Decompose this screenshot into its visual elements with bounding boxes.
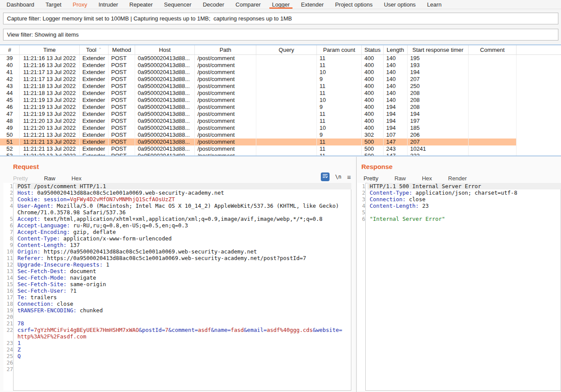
table-row-42[interactable]: 4211:21:17 13 Jul 2022ExtenderPOST0a9500… <box>0 76 517 83</box>
request-tab-raw[interactable]: Raw <box>43 173 56 183</box>
line-content: Cookie: session=VgFWy4D2vMfON7vMNMhjQ1Sc… <box>15 196 351 203</box>
column-header-path[interactable]: Path <box>195 45 256 54</box>
editor-line-12: 12Upgrade-Insecure-Requests: 1 <box>3 261 351 268</box>
cell-length: 147 <box>384 139 408 145</box>
column-header-method[interactable]: Method <box>109 45 135 54</box>
menu-item-repeater[interactable]: Repeater <box>124 0 158 9</box>
cell-method: POST <box>109 125 135 132</box>
cell-length: 243 <box>384 145 408 152</box>
cell-path: /post/comment <box>195 145 256 152</box>
cell-start-response-timer: 222 <box>408 152 469 156</box>
column-header-host[interactable]: Host <box>135 45 195 54</box>
table-row-44[interactable]: 4411:21:18 13 Jul 2022ExtenderPOST0a9500… <box>0 90 517 97</box>
column-header-length[interactable]: Length <box>384 45 408 54</box>
request-editor[interactable]: 1POST /post/comment HTTP/1.12Host: 0a950… <box>3 183 351 391</box>
newline-toggle-button[interactable]: \n <box>335 174 341 180</box>
table-row-49[interactable]: 4911:21:20 13 Jul 2022ExtenderPOST0a9500… <box>0 125 517 132</box>
cell-status: 400 <box>362 125 384 132</box>
word-wrap-button[interactable] <box>321 172 330 181</box>
response-tab-pretty[interactable]: Pretty <box>363 173 379 183</box>
menu-item-dashboard[interactable]: Dashboard <box>1 0 40 9</box>
cell-path: /post/comment <box>195 62 256 69</box>
menu-item-decoder[interactable]: Decoder <box>197 0 230 9</box>
line-number: 22 <box>3 327 15 333</box>
menu-item-extender[interactable]: Extender <box>296 0 330 9</box>
cell-host: 0a9500020413d88... <box>135 139 195 145</box>
cell-path: /post/comment <box>195 55 256 62</box>
response-title: Response <box>361 163 393 170</box>
column-header-time[interactable]: Time <box>20 45 80 54</box>
menu-item-project-options[interactable]: Project options <box>330 0 378 9</box>
cell-status: 400 <box>362 90 384 97</box>
menu-item-proxy[interactable]: Proxy <box>67 0 93 9</box>
menu-item-sequencer[interactable]: Sequencer <box>158 0 197 9</box>
response-tab-render[interactable]: Render <box>447 173 468 183</box>
editor-line-3: 3Connection: close <box>357 196 561 203</box>
editor-line-27: 27 <box>3 366 351 372</box>
line-content: Sec-Fetch-Dest: document <box>15 268 351 274</box>
table-row-51[interactable]: 5111:21:21 13 Jul 2022ExtenderPOST0a9500… <box>0 139 517 145</box>
menu-item-learn[interactable]: Learn <box>422 0 447 9</box>
column-header-[interactable]: # <box>0 45 20 54</box>
line-content: Referer: https://0a9500020413d88ac08c5c1… <box>15 255 351 261</box>
table-row-45[interactable]: 4511:21:19 13 Jul 2022ExtenderPOST0a9500… <box>0 97 517 104</box>
table-row-52[interactable]: 5211:21:21 13 Jul 2022ExtenderPOST0a9500… <box>0 145 517 152</box>
column-header-label: Start response timer <box>412 47 463 53</box>
response-editor[interactable]: 1HTTP/1.1 500 Internal Server Error2Cont… <box>357 183 561 391</box>
column-header-tool[interactable]: Tool⌃ <box>80 45 109 54</box>
table-row-43[interactable]: 4311:21:18 13 Jul 2022ExtenderPOST0a9500… <box>0 83 517 90</box>
table-row-39[interactable]: 3911:21:16 13 Jul 2022ExtenderPOST0a9500… <box>0 55 517 62</box>
table-row-53[interactable]: 5311:21:22 13 Jul 2022ExtenderPOST0a9500… <box>0 152 517 156</box>
cell-time: 11:21:17 13 Jul 2022 <box>20 76 80 83</box>
cell-host: 0a9500020413d88... <box>135 145 195 152</box>
cell-start-response-timer: 208 <box>408 97 469 104</box>
table-row-41[interactable]: 4111:21:17 13 Jul 2022ExtenderPOST0a9500… <box>0 69 517 76</box>
cell-status: 400 <box>362 118 384 125</box>
view-filter-bar[interactable]: View filter: Showing all items <box>3 29 558 41</box>
capture-filter-bar[interactable]: Capture filter: Logger memory limit set … <box>3 13 558 24</box>
column-header-comment[interactable]: Comment <box>469 45 517 54</box>
table-row-48[interactable]: 4811:21:20 13 Jul 2022ExtenderPOST0a9500… <box>0 118 517 125</box>
line-number: 24 <box>3 346 15 353</box>
line-content: Te: trailers <box>15 294 351 301</box>
menu-item-user-options[interactable]: User options <box>378 0 422 9</box>
cell-host: 0a9500020413d88... <box>135 104 195 111</box>
menu-item-intruder[interactable]: Intruder <box>93 0 124 9</box>
request-title: Request <box>13 163 39 170</box>
cell-method: POST <box>109 118 135 125</box>
table-row-50[interactable]: 5011:21:21 13 Jul 2022ExtenderPOST0a9500… <box>0 132 517 139</box>
line-content: HTTP/1.1 500 Internal Server Error <box>367 183 561 189</box>
cell-length: 140 <box>384 62 408 69</box>
column-header-status[interactable]: Status <box>362 45 384 54</box>
editor-line-4: 4User-Agent: Mozilla/5.0 (Macintosh; Int… <box>3 203 351 209</box>
cell-param-count: 11 <box>317 83 362 90</box>
cell-param-count: 11 <box>317 111 362 118</box>
table-row-46[interactable]: 4611:21:19 13 Jul 2022ExtenderPOST0a9500… <box>0 104 517 111</box>
table-row-47[interactable]: 4711:21:19 13 Jul 2022ExtenderPOST0a9500… <box>0 111 517 118</box>
line-number: 18 <box>3 301 15 307</box>
editor-line-15: 15Sec-Fetch-Site: same-origin <box>3 281 351 287</box>
editor-line-22: 22csrf=7gYzhMCiFvi4gBEyUEEk7HmHSHM7xWAO&… <box>3 327 351 333</box>
editor-line-14: 14Sec-Fetch-Mode: navigate <box>3 274 351 281</box>
editor-menu-button[interactable]: ≡ <box>347 173 351 181</box>
cell-query <box>256 125 317 132</box>
menu-item-target[interactable]: Target <box>40 0 67 9</box>
cell-query <box>256 139 317 145</box>
request-tab-hex[interactable]: Hex <box>71 173 82 183</box>
menu-item-logger[interactable]: Logger <box>266 0 295 9</box>
line-content: Content-Type: application/json; charset=… <box>367 189 561 196</box>
column-header-query[interactable]: Query <box>256 45 317 54</box>
table-row-40[interactable]: 4011:21:16 13 Jul 2022ExtenderPOST0a9500… <box>0 62 517 69</box>
logger-table[interactable]: #TimeTool⌃MethodHostPathQueryParam count… <box>0 44 561 156</box>
column-header-param-count[interactable]: Param count <box>317 45 362 54</box>
menu-item-comparer[interactable]: Comparer <box>230 0 266 9</box>
line-content: tRANSFER-ENCODING: chunked <box>15 307 351 314</box>
response-tab-hex[interactable]: Hex <box>421 173 433 183</box>
column-header-start-response-timer[interactable]: Start response timer <box>408 45 469 54</box>
cell-tool: Extender <box>80 132 109 139</box>
cell-start-response-timer: 185 <box>408 125 469 132</box>
cell-method: POST <box>109 83 135 90</box>
cell-method: POST <box>109 55 135 62</box>
cell-query <box>256 145 317 152</box>
response-tab-raw[interactable]: Raw <box>394 173 407 183</box>
